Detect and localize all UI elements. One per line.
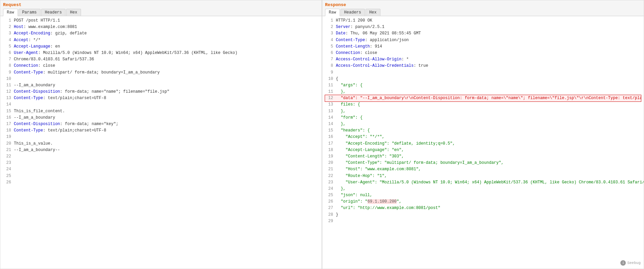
table-row: 8Access-Control-Allow-Credentials: true [325,63,641,69]
table-row: 27 "url": "http://www.example.com:8081/p… [325,205,641,211]
table-row: 29 [325,218,641,225]
table-row: 16 "Accept": "*/*", [325,134,641,140]
line-number: 22 [3,153,11,160]
line-content: "Content-Length": "303", [336,153,641,160]
request-panel: Request Raw Params Headers Hex 1POST /po… [0,0,322,269]
line-content: { [336,76,641,82]
line-number: 4 [3,37,11,43]
table-row: 23 [3,160,319,166]
line-number: 25 [325,192,333,199]
line-content: Chrome/83.0.4103.61 Safari/537.36 [14,56,319,63]
table-row: 13Content-Type: text/plain;charset=UTF-8 [3,95,319,101]
line-content: "Content-Type": "multipart/ form-data; b… [336,160,641,166]
line-content: "form": { [336,115,641,121]
line-content: "json": null, [336,192,641,199]
response-tab-hex[interactable]: Hex [366,9,380,16]
response-tab-raw[interactable]: Raw [325,9,340,16]
line-content [14,153,319,160]
line-number: 22 [325,173,333,179]
line-content: Access-Control-Allow-Credentials: true [336,63,641,69]
table-row: 13 files: { [325,101,641,108]
line-content: Content-Disposition: form-data; name="na… [14,89,319,95]
table-row: 15 "headers": { [325,127,641,134]
line-number: 9 [325,69,333,76]
table-row: 5Accept-Language: en [3,43,319,50]
line-content: Content-Type: text/plain;charset=UTF-8 [14,95,319,101]
table-row: 7Chrome/83.0.4103.61 Safari/537.36 [3,56,319,63]
line-content: Server: panyun/2.5.1 [336,24,641,30]
table-row: 28} [325,212,641,218]
line-number: 18 [325,147,333,153]
table-row: 25 "json": null, [325,192,641,199]
request-title: Request [3,2,319,7]
seebug-label: Seebug [627,261,641,265]
table-row: 19 [3,134,319,140]
table-row: 21--I_am_a_boundary-- [3,147,319,153]
line-number: 20 [325,160,333,166]
line-number: 21 [3,147,11,153]
line-content: --I_am_a_boundary [14,82,319,89]
line-content [336,218,641,225]
table-row: 4Accept: */* [3,37,319,43]
table-row: 7Access-Control-Allow-Origin: * [325,56,641,63]
line-content: }, [336,186,641,192]
line-number: 20 [3,141,11,147]
line-content [14,166,319,173]
table-row: 2Host: www.example.com:8081 [3,24,319,30]
table-row: 12 "data": "--I_am_a_boundary\r\nContent… [325,95,641,101]
table-row: 3Date: Thu, 06 May 2021 08:55:45 GMT [325,30,641,37]
line-number: 4 [325,37,333,43]
table-row: 23 "User-Agent": "Mozilla/5.0 (Windows N… [325,179,641,186]
line-content [336,69,641,76]
table-row: 18 "Accept-Language": "en", [325,147,641,153]
table-row: 10{ [325,76,641,82]
line-content: "Accept": "*/*", [336,134,641,140]
response-content: 1HTTP/1.1 200 OK2Server: panyun/2.5.13Da… [322,16,644,269]
request-tab-headers[interactable]: Headers [41,9,65,16]
request-tab-hex[interactable]: Hex [66,9,81,16]
table-row: 17 "Accept-Encoding": "deflate, identity… [325,141,641,147]
line-content: }, [336,121,641,127]
table-row: 12Content-Disposition: form-data; name="… [3,89,319,95]
table-row: 15This_is_file_content. [3,108,319,115]
line-number: 19 [325,153,333,160]
line-content: Date: Thu, 06 May 2021 08:55:45 GMT [336,30,641,37]
line-content: "headers": { [336,127,641,134]
line-content: }, [336,89,641,95]
line-content: "args": { [336,82,641,89]
table-row: 22 [3,153,319,160]
request-tab-params[interactable]: Params [19,9,41,16]
table-row: 20This_is_a_value. [3,141,319,147]
line-number: 21 [325,166,333,173]
line-content: Connection: close [14,63,319,69]
line-content: }, [336,108,641,115]
line-number: 15 [3,108,11,115]
line-number: 11 [325,82,333,89]
line-content: Connection: close [336,50,641,56]
request-tab-raw[interactable]: Raw [3,9,18,16]
line-content: This_is_file_content. [14,108,319,115]
table-row: 8Connection: close [3,63,319,69]
table-row: 26 "origin": "69.1.100.200", [325,199,641,205]
line-number: 17 [325,141,333,147]
line-content: } [336,212,641,218]
line-content: Access-Control-Allow-Origin: * [336,56,641,63]
line-number: 11 [325,89,333,95]
line-content: "User-Agent": "Mozilla/5.0 (Windows NT 1… [336,179,644,186]
table-row: 11 "args": { [325,82,641,89]
line-number: 13 [325,108,333,115]
line-number: 3 [3,30,11,37]
line-content: Content-Length: 914 [336,43,641,50]
line-content: "Host": "www.example.com:8081", [336,166,641,173]
line-content: This_is_a_value. [14,141,319,147]
table-row: 9Content-Type: multipart/ form-data; bou… [3,69,319,76]
line-number: 5 [3,43,11,50]
table-row: 5Content-Length: 914 [325,43,641,50]
line-content: User-Agent: Mozilla/5.0 (Windows NT 10.0… [14,50,319,56]
line-number: 1 [325,18,333,24]
line-number: 2 [325,24,333,30]
line-content: "Accept-Language": "en", [336,147,641,153]
line-number: 13 [3,95,11,101]
response-tab-headers[interactable]: Headers [341,9,365,16]
response-panel: Response Raw Headers Hex 1HTTP/1.1 200 O… [322,0,644,269]
